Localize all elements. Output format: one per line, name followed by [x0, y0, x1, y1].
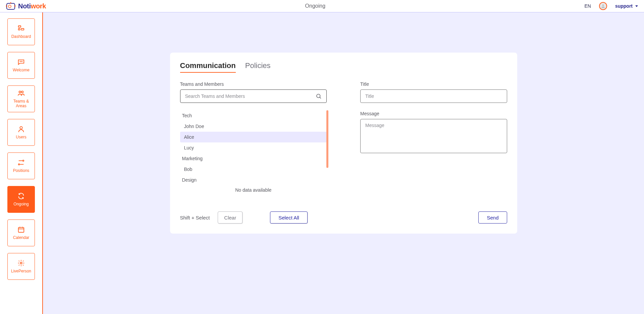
svg-rect-5 — [15, 5, 15, 7]
sidebar: Dashboard Welcome Teams & Areas Users Po — [0, 12, 43, 314]
sidebar-item-label: Calendar — [12, 236, 31, 240]
tabs: Communication Policies — [180, 61, 507, 73]
search-wrap — [180, 89, 327, 103]
positions-icon — [17, 159, 25, 167]
teams-icon — [17, 89, 25, 97]
user-menu[interactable]: support — [615, 3, 638, 9]
shift-select-hint: Shift + Select — [180, 215, 210, 221]
sidebar-item-label: LivePerson — [10, 269, 33, 274]
user-icon — [17, 125, 25, 133]
teams-members-label: Teams and Members — [180, 81, 327, 87]
dashboard-icon — [17, 24, 25, 33]
avatar[interactable] — [599, 2, 607, 10]
team-name: Marketing — [180, 153, 327, 164]
tab-communication[interactable]: Communication — [180, 61, 236, 73]
logo[interactable]: Notiwork — [6, 2, 46, 10]
sidebar-item-teams-areas[interactable]: Teams & Areas — [7, 85, 35, 112]
sidebar-item-label: Positions — [12, 169, 31, 173]
svg-rect-0 — [7, 3, 15, 9]
gear-icon — [17, 259, 25, 267]
svg-rect-8 — [18, 28, 20, 30]
logo-text-noti: Noti — [18, 2, 31, 10]
avatar-icon — [601, 4, 605, 8]
clear-button[interactable]: Clear — [218, 211, 243, 224]
list-item[interactable]: Lucy — [180, 142, 327, 153]
sidebar-item-calendar[interactable]: Calendar — [7, 219, 35, 246]
sidebar-item-welcome[interactable]: Welcome — [7, 52, 35, 79]
list-item[interactable]: Bob — [180, 164, 327, 175]
content-card: Communication Policies Teams and Members… — [170, 53, 517, 234]
sidebar-item-positions[interactable]: Positions — [7, 152, 35, 179]
send-button[interactable]: Send — [478, 211, 507, 224]
header-bar: Notiwork Ongoing EN support — [0, 0, 644, 12]
svg-point-13 — [20, 127, 22, 129]
actions-row: Shift + Select Clear Select All Send — [180, 211, 507, 224]
sidebar-item-label: Ongoing — [12, 202, 30, 207]
team-name: Design — [180, 175, 327, 185]
sidebar-item-dashboard[interactable]: Dashboard — [7, 18, 35, 45]
svg-rect-9 — [21, 28, 24, 30]
svg-point-12 — [21, 91, 23, 93]
message-label: Message — [360, 111, 507, 116]
sidebar-item-liveperson[interactable]: LivePerson — [7, 253, 35, 280]
sidebar-item-label: Dashboard — [10, 35, 33, 39]
scrollbar[interactable] — [326, 110, 328, 168]
svg-line-22 — [320, 97, 321, 98]
calendar-icon — [17, 226, 25, 234]
no-data-text: No data available — [180, 187, 327, 193]
svg-point-6 — [602, 4, 604, 6]
search-icon — [316, 93, 322, 99]
list-item[interactable]: Alice — [180, 132, 327, 142]
logo-icon — [6, 2, 15, 10]
svg-point-20 — [20, 262, 22, 264]
svg-point-15 — [18, 164, 20, 165]
svg-point-21 — [317, 94, 320, 98]
logo-text-work: work — [31, 2, 46, 10]
tab-policies[interactable]: Policies — [245, 61, 271, 73]
sidebar-item-ongoing[interactable]: Ongoing — [7, 186, 35, 213]
user-name: support — [615, 3, 633, 9]
svg-rect-16 — [18, 228, 24, 233]
team-name: Tech — [180, 110, 327, 121]
svg-rect-4 — [6, 5, 7, 7]
sidebar-item-users[interactable]: Users — [7, 119, 35, 146]
main-content: Communication Policies Teams and Members… — [43, 12, 644, 314]
logo-text: Notiwork — [18, 2, 46, 10]
sidebar-item-label: Teams & Areas — [8, 99, 35, 109]
svg-rect-7 — [18, 26, 21, 27]
sidebar-item-label: Users — [14, 135, 28, 140]
svg-point-11 — [19, 91, 21, 93]
chat-icon — [17, 58, 25, 66]
svg-point-14 — [23, 160, 24, 162]
page-title: Ongoing — [46, 3, 584, 9]
svg-point-3 — [8, 5, 11, 8]
search-input[interactable] — [185, 93, 316, 99]
title-input[interactable] — [360, 89, 507, 103]
teams-list: Tech John Doe Alice Lucy Marketing Bob D… — [180, 110, 327, 194]
refresh-icon — [17, 192, 25, 200]
list-item[interactable]: John Doe — [180, 121, 327, 132]
language-selector[interactable]: EN — [584, 3, 591, 9]
sidebar-item-label: Welcome — [11, 68, 31, 73]
message-input[interactable] — [360, 119, 507, 153]
chevron-down-icon — [635, 5, 638, 7]
select-all-button[interactable]: Select All — [270, 211, 308, 224]
title-label: Title — [360, 81, 507, 87]
